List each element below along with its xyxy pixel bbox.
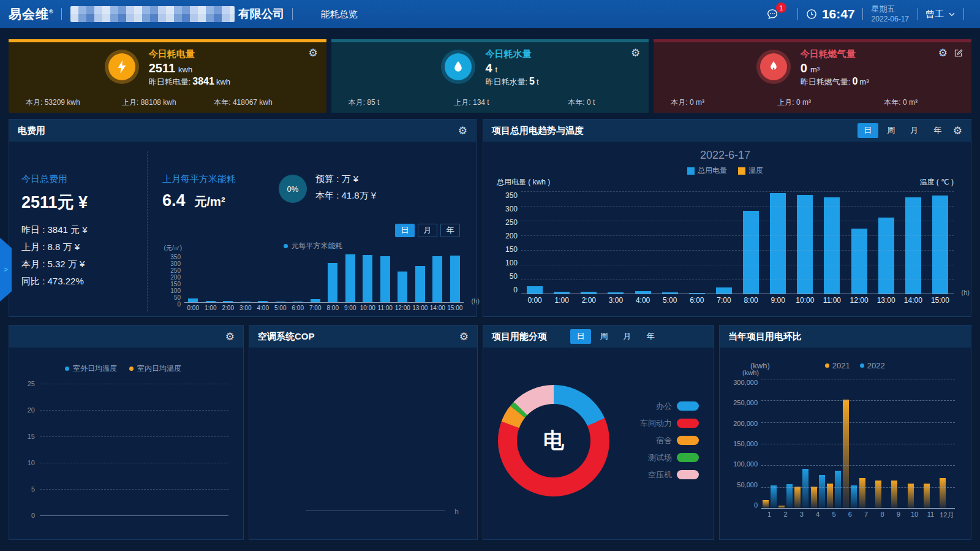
divider — [292, 8, 293, 20]
legend-dot — [860, 363, 864, 368]
kpi-value: 0m³ — [801, 61, 869, 75]
panel-title: 项目用能分项 — [492, 331, 547, 343]
chevron-down-icon — [948, 10, 956, 18]
kpi-yesterday: 昨日耗水量:5t — [485, 76, 538, 88]
gear-icon[interactable]: ⚙ — [459, 332, 469, 342]
divider — [862, 8, 863, 20]
today-cost-value: 2511元 ¥ — [21, 191, 147, 213]
panel-energy-breakdown: 项目用能分项 日 周 月 年 电 办公车间动力宿舍测试场空压机 — [483, 325, 714, 540]
stat-month: 本月: 0 m³ — [671, 97, 753, 108]
stat-year: 本年: 418067 kwh — [190, 97, 309, 108]
yoy-bar-chart: (kwh)300,000250,000200,000150,000100,000… — [729, 379, 955, 520]
date-block: 星期五 2022-06-17 — [872, 4, 909, 23]
gear-icon[interactable]: ⚙ — [631, 48, 640, 58]
legend-label: 元每平方米能耗 — [292, 241, 343, 251]
electricity-icon — [105, 50, 139, 84]
tab-month[interactable]: 月 — [904, 123, 925, 138]
gear-icon[interactable]: ⚙ — [225, 332, 235, 342]
messages-button[interactable]: 1 — [766, 7, 779, 21]
budget-line: 预算 : 万 ¥ — [315, 173, 376, 185]
tab-year[interactable]: 年 — [440, 224, 460, 237]
divider — [797, 8, 798, 20]
panel-daily-temperature: ⚙ 室外日均温度 室内日均温度 2520151050 — [9, 325, 244, 540]
panel-title: 项目总用电趋势与温度 — [492, 125, 584, 137]
notification-badge: 1 — [776, 2, 786, 13]
user-name: 曾工 — [925, 9, 944, 20]
sidebar-expand-handle[interactable]: > — [0, 238, 12, 302]
stat-last-month: 上月: 0 m³ — [753, 97, 835, 108]
cop-axis-line — [306, 511, 445, 511]
legend-label: 总用电量 — [698, 165, 727, 176]
user-menu[interactable]: 曾工 — [925, 9, 956, 20]
cost-row: 昨日 : 3841 元 ¥ — [21, 224, 147, 236]
kpi-value: 2511kwh — [149, 61, 230, 75]
gear-icon[interactable]: ⚙ — [458, 126, 467, 136]
gear-icon[interactable]: ⚙ — [953, 126, 962, 136]
yoy-legend: 2021 2022 — [825, 361, 885, 370]
chart-legend: 总用电量 温度 — [497, 165, 954, 176]
water-drop-icon — [441, 50, 475, 84]
stat-month: 本月: 85 t — [349, 97, 431, 108]
mini-chart-legend: 元每平方米能耗 — [162, 241, 464, 251]
legend-swatch — [687, 167, 695, 175]
tab-month[interactable]: 月 — [418, 224, 437, 237]
weekday-text: 星期五 — [872, 4, 909, 14]
accent-bar — [331, 39, 649, 42]
chart-date-title: 2022-6-17 — [497, 149, 954, 162]
tab-year[interactable]: 年 — [640, 329, 661, 344]
gear-icon[interactable]: ⚙ — [938, 48, 948, 58]
cost-row: 同比 : 473.22% — [21, 276, 147, 287]
kpi-title: 今日耗燃气量 — [801, 48, 869, 60]
accent-bar — [654, 39, 971, 42]
legend-label: 2022 — [867, 361, 885, 370]
sqm-value: 6.4 元/m² — [162, 191, 279, 210]
cost-row: 上月 : 8.8 万 ¥ — [21, 241, 147, 253]
gear-icon[interactable]: ⚙ — [308, 48, 317, 58]
energy-donut-chart: 电 — [498, 385, 609, 496]
panel-yoy-power: 当年项目用电环比 (kwh) 2021 2022 (kwh)300,000250… — [719, 325, 971, 540]
legend-swatch — [738, 167, 745, 175]
tab-month[interactable]: 月 — [617, 329, 638, 344]
kpi-stats: 本月: 85 t 上月: 134 t 本年: 0 t — [341, 97, 639, 109]
cop-chart: h — [249, 348, 477, 539]
stat-year: 本年: 0 t — [513, 97, 631, 108]
donut-legend-item: 办公 — [640, 401, 699, 412]
time-text: 16:47 — [822, 7, 855, 21]
legend-dot — [284, 244, 288, 248]
divider — [963, 8, 964, 20]
tab-week[interactable]: 周 — [594, 329, 614, 344]
tab-week[interactable]: 周 — [881, 123, 902, 138]
tab-day[interactable]: 日 — [395, 224, 415, 237]
edit-icon[interactable] — [954, 48, 963, 58]
cop-axis-label: h — [454, 507, 459, 516]
nav-energy-overview[interactable]: 能耗总览 — [321, 9, 358, 20]
donut-legend-item: 测试场 — [640, 452, 699, 463]
clock-icon — [805, 8, 818, 20]
tab-day[interactable]: 日 — [570, 329, 591, 344]
stat-last-month: 上月: 88108 kwh — [108, 97, 190, 108]
tab-day[interactable]: 日 — [858, 123, 878, 138]
legend-label: 室内日均温度 — [137, 363, 181, 374]
panel-power-trend: 项目总用电趋势与温度 日 周 月 年 ⚙ 2022-6-17 总用电量 温度 总… — [483, 119, 971, 317]
kpi-title: 今日耗水量 — [485, 48, 538, 60]
kpi-title: 今日耗电量 — [149, 48, 230, 60]
sqm-label: 上月每平方米能耗 — [162, 173, 279, 185]
panel-title: 当年项目用电环比 — [728, 331, 802, 343]
legend-dot — [129, 367, 134, 371]
donut-legend-item: 车间动力 — [640, 418, 699, 429]
budget-percent-circle: 0% — [279, 175, 307, 203]
company-name-suffix: 有限公司 — [238, 6, 285, 22]
kpi-card-gas: 今日耗燃气量 0m³ 昨日耗燃气量:0m³ 本月: 0 m³ 上月: 0 m³ … — [654, 39, 971, 113]
tab-year[interactable]: 年 — [927, 123, 948, 138]
cost-row: 本月 : 5.32 万 ¥ — [21, 259, 147, 270]
period-tabs: 日 周 月 年 — [570, 329, 661, 344]
flame-icon — [756, 50, 791, 84]
legend-dot — [65, 367, 69, 371]
donut-legend-item: 空压机 — [640, 469, 699, 481]
kpi-stats: 本月: 0 m³ 上月: 0 m³ 本年: 0 m³ — [663, 97, 962, 109]
kpi-row: 今日耗电量 2511kwh 昨日耗电量:3841kwh 本月: 53209 kw… — [9, 39, 971, 113]
clock: 16:47 — [805, 7, 855, 21]
legend-label: 温度 — [748, 165, 763, 176]
temperature-chart: 2520151050 — [18, 384, 228, 515]
company-name-redacted — [70, 6, 235, 22]
